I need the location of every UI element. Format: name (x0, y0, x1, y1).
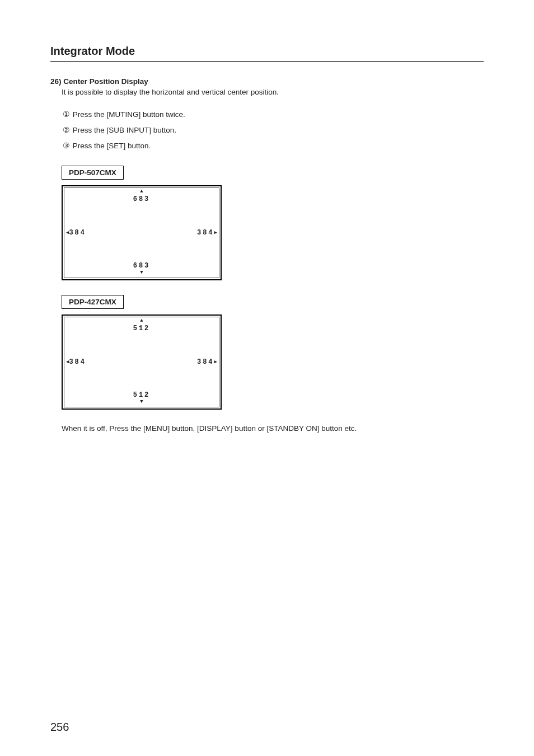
step-number: ① (62, 110, 71, 119)
display-panel-507: ▲ 683 ◀384 384▶ 683 ▼ (62, 185, 222, 280)
panel-left-number: 384 (69, 358, 86, 366)
step-text: Press the [SUB INPUT] button. (73, 126, 176, 134)
panel-right-number: 384 (197, 229, 214, 237)
triangle-down-icon: ▼ (140, 270, 143, 276)
step-text: Press the [MUTING] button twice. (73, 110, 185, 119)
item-heading-row: 26) Center Position Display (50, 77, 484, 86)
panel-right-number: 384 (197, 358, 214, 366)
model-label-427: PDP-427CMX (62, 295, 124, 309)
panel-left-number: 384 (69, 229, 86, 237)
panel-right-value: 384▶ (197, 229, 217, 237)
step-2: ② Press the [SUB INPUT] button. (62, 125, 484, 134)
panel-bottom-number: 512 (63, 392, 221, 399)
triangle-right-icon: ▶ (214, 229, 217, 236)
page-number: 256 (50, 721, 69, 734)
panel-right-value: 384▶ (197, 358, 217, 366)
panel-top-number: 683 (63, 196, 221, 203)
triangle-up-icon: ▲ (140, 318, 143, 324)
triangle-up-icon: ▲ (140, 189, 143, 195)
item-description: It is possible to display the horizontal… (62, 88, 484, 96)
panel-bottom-value: 683 ▼ (63, 262, 221, 277)
item-heading-text: Center Position Display (63, 77, 148, 86)
post-note: When it is off, Press the [MENU] button,… (62, 424, 484, 433)
panel-top-value: ▲ 683 (63, 189, 221, 203)
panel-bottom-value: 512 ▼ (63, 392, 221, 406)
panel-top-number: 512 (63, 325, 221, 332)
panel-top-value: ▲ 512 (63, 318, 221, 332)
triangle-right-icon: ▶ (214, 359, 217, 365)
model-label-507: PDP-507CMX (62, 166, 124, 180)
document-page: Integrator Mode 26) Center Position Disp… (0, 0, 534, 756)
steps-list: ① Press the [MUTING] button twice. ② Pre… (62, 110, 484, 150)
item-number: 26) (50, 77, 62, 86)
step-3: ③ Press the [SET] button. (62, 141, 484, 150)
section-title: Integrator Mode (50, 45, 484, 62)
step-number: ③ (62, 141, 71, 150)
step-1: ① Press the [MUTING] button twice. (62, 110, 484, 119)
panel-bottom-number: 683 (63, 262, 221, 270)
panel-left-value: ◀384 (66, 229, 86, 237)
panel-left-value: ◀384 (66, 358, 86, 366)
step-number: ② (62, 125, 71, 134)
triangle-down-icon: ▼ (140, 400, 143, 405)
display-panel-427: ▲ 512 ◀384 384▶ 512 ▼ (62, 314, 222, 410)
step-text: Press the [SET] button. (73, 142, 151, 150)
